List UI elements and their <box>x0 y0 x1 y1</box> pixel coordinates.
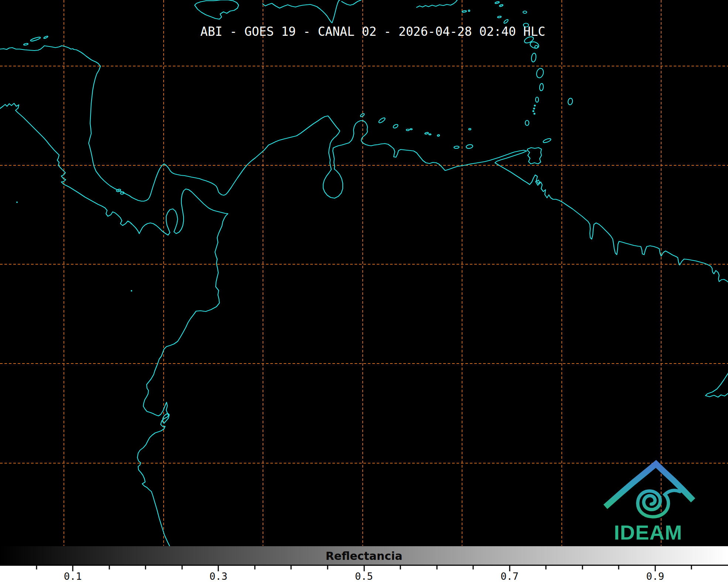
colorbar-axis: 0.10.30.50.70.9 <box>0 566 728 582</box>
colorbar-minor-tick <box>254 566 255 569</box>
colorbar-minor-tick <box>400 566 401 569</box>
colorbar-label: Reflectancia <box>0 550 728 562</box>
map-title: ABI - GOES 19 - CANAL 02 - 2026-04-28 02… <box>9 24 728 39</box>
colorbar-tick-label: 0.7 <box>500 571 519 582</box>
colorbar-minor-tick <box>691 566 692 569</box>
colorbar-minor-tick <box>582 566 583 569</box>
colorbar: Reflectancia <box>0 546 728 566</box>
colorbar-tick-label: 0.5 <box>355 571 373 582</box>
colorbar-minor-tick <box>327 566 328 569</box>
colorbar-minor-tick <box>473 566 474 569</box>
ideam-wordmark: IDEAM <box>614 520 682 544</box>
colorbar-minor-tick <box>109 566 110 569</box>
colorbar-minor-tick <box>181 566 182 569</box>
colorbar-minor-tick <box>145 566 146 569</box>
colorbar-minor-tick <box>618 566 619 569</box>
satellite-image-viewer: ABI - GOES 19 - CANAL 02 - 2026-04-28 02… <box>0 0 728 582</box>
colorbar-tick-label: 0.3 <box>209 571 228 582</box>
colorbar-tick-label: 0.1 <box>64 571 82 582</box>
colorbar-tick-label: 0.9 <box>646 571 664 582</box>
colorbar-minor-tick <box>291 566 292 569</box>
colorbar-minor-tick <box>436 566 437 569</box>
colorbar-minor-tick <box>36 566 37 569</box>
colorbar-minor-tick <box>546 566 547 569</box>
ideam-logo: IDEAM <box>598 458 702 546</box>
